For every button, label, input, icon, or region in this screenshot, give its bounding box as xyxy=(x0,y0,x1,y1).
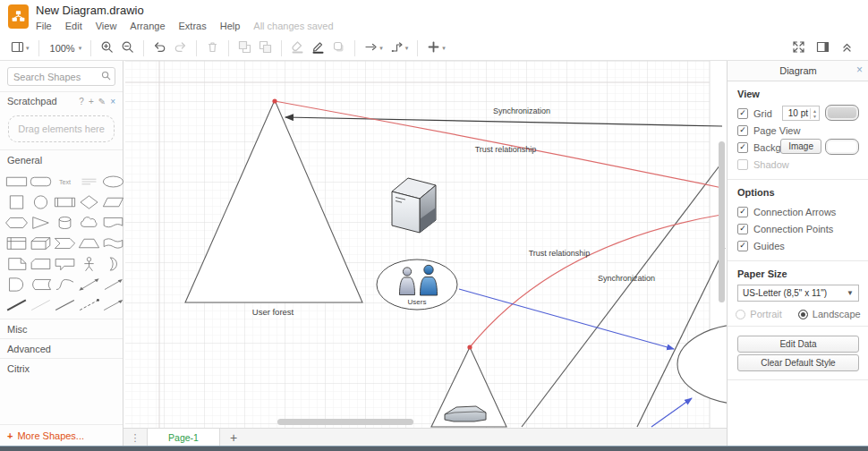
scratchpad-edit-icon[interactable]: ✎ xyxy=(98,97,106,106)
label-sync-mid[interactable]: Synchronization xyxy=(598,274,655,283)
menu-help[interactable]: Help xyxy=(220,21,241,31)
server-node[interactable] xyxy=(392,178,436,233)
shape-parallelogram[interactable] xyxy=(101,192,125,211)
shape-palette: Text xyxy=(0,169,123,319)
zoom-level[interactable]: 100%▾ xyxy=(45,41,86,55)
spinner-arrows-icon[interactable]: ▲▼ xyxy=(810,108,819,119)
label-trust-top[interactable]: Trust relationship xyxy=(475,145,537,154)
shape-note[interactable] xyxy=(4,254,29,273)
shape-line-light[interactable] xyxy=(29,295,53,314)
menu-file[interactable]: File xyxy=(36,21,52,31)
users-node[interactable]: Users xyxy=(377,260,457,310)
shape-rounded-rectangle[interactable] xyxy=(29,172,53,191)
scratchpad-help-icon[interactable]: ? xyxy=(79,97,84,106)
shape-cylinder[interactable] xyxy=(53,213,77,232)
section-general[interactable]: General xyxy=(0,149,123,169)
shape-cloud[interactable] xyxy=(77,213,101,232)
grid-size-input[interactable]: 10 pt ▲▼ xyxy=(782,106,820,121)
search-input[interactable] xyxy=(7,67,115,86)
more-shapes-button[interactable]: + More Shapes... xyxy=(0,424,123,447)
shape-callout[interactable] xyxy=(53,254,77,273)
undo-button[interactable] xyxy=(149,38,170,57)
shape-line-dashed[interactable] xyxy=(77,295,101,314)
shape-tape[interactable] xyxy=(101,234,125,252)
shape-line-bold[interactable] xyxy=(4,295,29,314)
shape-line[interactable] xyxy=(53,295,77,314)
shape-internal-storage[interactable] xyxy=(4,234,29,252)
menu-edit[interactable]: Edit xyxy=(65,21,82,31)
vertical-scrollbar[interactable] xyxy=(719,141,725,302)
shape-square[interactable] xyxy=(4,192,29,211)
portrait-radio[interactable]: Portrait xyxy=(736,309,781,319)
scratchpad-header[interactable]: Scratchpad ? + ✎ × xyxy=(0,91,123,110)
format-panel-button[interactable] xyxy=(813,38,833,57)
format-panel: Diagram × View Grid 10 pt ▲▼ Page View xyxy=(727,61,868,447)
collapse-button[interactable] xyxy=(837,38,857,57)
shape-data-storage[interactable] xyxy=(29,275,53,294)
section-misc[interactable]: Misc xyxy=(0,319,123,338)
grid-checkbox[interactable] xyxy=(737,108,748,119)
shape-line-arrow[interactable] xyxy=(101,295,125,314)
background-color-swatch[interactable] xyxy=(825,139,859,155)
zoom-in-button[interactable] xyxy=(97,38,117,57)
pages-menu-icon[interactable]: ⋮ xyxy=(123,429,147,447)
shape-triangle[interactable] xyxy=(29,213,53,232)
paper-size-select[interactable]: US-Letter (8,5" x 11") ▼ xyxy=(737,285,859,302)
scratchpad-add-icon[interactable]: + xyxy=(89,97,94,106)
menu-arrange[interactable]: Arrange xyxy=(130,21,165,31)
scratchpad-close-icon[interactable]: × xyxy=(110,97,115,106)
connection-arrows-checkbox[interactable] xyxy=(737,207,748,217)
shape-document[interactable] xyxy=(101,213,125,232)
shape-circle[interactable] xyxy=(29,192,53,211)
shape-arrow[interactable] xyxy=(101,275,125,294)
zoom-out-button[interactable] xyxy=(117,38,138,57)
shape-ellipse[interactable] xyxy=(101,172,125,191)
horizontal-scrollbar[interactable] xyxy=(277,419,413,425)
background-checkbox[interactable] xyxy=(737,142,748,153)
label-sync-top[interactable]: Synchronization xyxy=(493,106,550,115)
shape-rectangle[interactable] xyxy=(4,172,29,191)
connection-points-checkbox[interactable] xyxy=(737,224,748,234)
fullscreen-button[interactable] xyxy=(788,38,809,57)
shape-cube[interactable] xyxy=(29,234,53,252)
shape-or[interactable] xyxy=(101,254,125,273)
page-view-checkbox[interactable] xyxy=(737,125,748,136)
label-user-forest[interactable]: User forest xyxy=(252,307,294,317)
guides-checkbox[interactable] xyxy=(737,241,748,251)
shape-actor[interactable] xyxy=(77,254,101,273)
menu-view[interactable]: View xyxy=(96,21,117,31)
shape-text[interactable]: Text xyxy=(53,172,77,191)
landscape-radio[interactable]: Landscape xyxy=(798,309,861,319)
shape-hexagon[interactable] xyxy=(4,213,29,232)
shape-curve[interactable] xyxy=(53,275,77,294)
shape-step[interactable] xyxy=(53,234,77,252)
page-tab[interactable]: Page-1 xyxy=(147,429,220,447)
section-citrix[interactable]: Citrix xyxy=(0,358,123,378)
shape-process[interactable] xyxy=(53,192,77,211)
label-trust-mid[interactable]: Trust relationship xyxy=(529,249,591,258)
insert-button[interactable]: ▾ xyxy=(423,38,449,57)
close-icon[interactable]: × xyxy=(856,64,863,76)
shape-diamond[interactable] xyxy=(77,192,101,211)
shape-bidirectional-arrow[interactable] xyxy=(77,275,101,294)
shape-card[interactable] xyxy=(29,254,53,273)
connection-button[interactable]: ▾ xyxy=(361,38,387,57)
shape-textbox[interactable] xyxy=(77,172,101,191)
add-page-button[interactable]: + xyxy=(220,429,247,447)
background-image-button[interactable]: Image xyxy=(780,139,821,154)
shape-trapezoid[interactable] xyxy=(77,234,101,252)
scratchpad-dropzone[interactable]: Drag elements here xyxy=(8,115,115,142)
waypoints-button[interactable]: ▾ xyxy=(387,38,413,57)
section-advanced[interactable]: Advanced xyxy=(0,338,123,358)
edit-data-button[interactable]: Edit Data xyxy=(737,336,859,353)
view-options-button[interactable]: ▾ xyxy=(7,38,33,57)
format-panel-icon xyxy=(816,40,830,55)
grid-color-swatch[interactable] xyxy=(825,105,859,121)
drawing-canvas[interactable]: Users Synchronization Trust relationship… xyxy=(123,61,727,428)
tab-diagram[interactable]: Diagram xyxy=(779,65,817,76)
clear-default-style-button[interactable]: Clear Default Style xyxy=(737,354,859,371)
menu-extras[interactable]: Extras xyxy=(179,21,207,31)
shape-and[interactable] xyxy=(4,275,29,294)
line-color-button[interactable] xyxy=(308,38,328,57)
shadow-checkbox[interactable] xyxy=(737,159,748,170)
